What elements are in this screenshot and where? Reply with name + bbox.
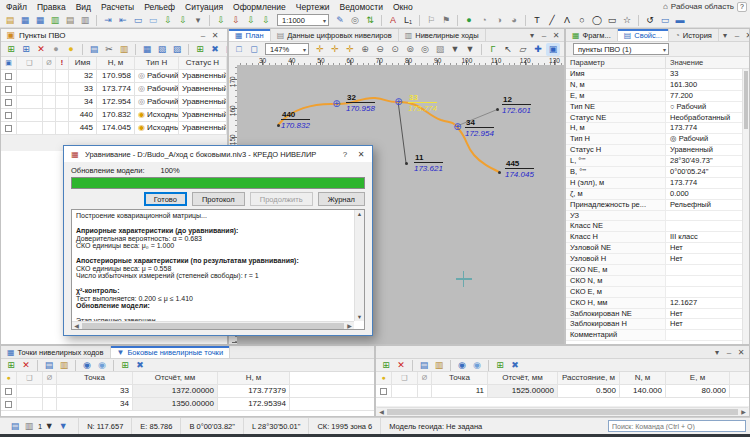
bulb-icon[interactable]: ● — [381, 372, 385, 384]
warning-icon[interactable]: ! — [61, 57, 63, 69]
type-cell[interactable]: ◉Исходный — [135, 109, 179, 122]
status-cell[interactable]: Уравненный — [179, 122, 227, 135]
param-value[interactable]: 28°30'49.73" — [666, 156, 749, 166]
filled-image-tool-icon[interactable]: ▬ — [673, 14, 687, 27]
export-txt-icon[interactable]: ⇩ — [259, 14, 273, 27]
filter-dark-icon[interactable]: ▼ — [42, 420, 56, 433]
minimize-icon[interactable]: – — [197, 29, 209, 42]
flag-filled-icon[interactable]: ⚑ — [439, 14, 453, 27]
point-label-440[interactable]: 440 170.832 — [281, 110, 310, 130]
point-name-cell[interactable]: 440 — [69, 109, 97, 122]
menu-item[interactable]: Оформление — [233, 2, 286, 12]
point-name-cell[interactable]: 32 — [69, 70, 97, 83]
minimize-icon[interactable]: – — [731, 29, 743, 42]
table-customize-icon[interactable]: ✖ — [508, 359, 522, 372]
text-search-icon[interactable]: А — [386, 14, 400, 27]
add-row-icon[interactable]: ⊞ — [4, 359, 18, 372]
param-row[interactable]: Принадлежность ре...Рельефный — [566, 200, 749, 211]
delete-row-icon[interactable]: ✕ — [34, 43, 48, 56]
type-cell[interactable]: ◉Исходный — [135, 122, 179, 135]
point-marker-34[interactable]: ⊕ — [453, 122, 462, 131]
param-value[interactable] — [666, 287, 749, 297]
pan-hand-icon[interactable]: ✛ — [313, 43, 327, 56]
object-type-select[interactable]: пункты ПВО (1) ▾ — [573, 43, 669, 55]
help-button[interactable]: ? — [737, 2, 747, 12]
column-header-e[interactable]: E, м — [666, 372, 730, 385]
horizontal-scrollbar[interactable]: ◀ ▶ — [377, 407, 748, 415]
param-row[interactable]: СКО E, м — [566, 287, 749, 298]
param-value[interactable]: 0°00'05.24" — [666, 167, 749, 177]
tab-side-points[interactable]: ▼ Боковые нивелирные точки — [111, 346, 231, 358]
find-icon[interactable]: ◉ — [80, 359, 94, 372]
param-value[interactable]: 0.000 — [666, 189, 749, 199]
menu-item[interactable]: Окно — [393, 2, 413, 12]
param-value[interactable] — [666, 265, 749, 275]
param-row[interactable]: Статус НУравненный — [566, 145, 749, 156]
copy-icon[interactable]: ▤ — [42, 359, 56, 372]
param-row[interactable]: Класс НIII класс — [566, 232, 749, 243]
minimize-icon[interactable]: – — [723, 346, 735, 359]
column-header-h[interactable]: Н, м — [730, 372, 750, 385]
add-row-icon[interactable]: ⊞ — [379, 359, 393, 372]
point-marker-33[interactable]: ⊕ — [394, 97, 403, 106]
row-checkbox[interactable] — [5, 112, 12, 119]
param-row[interactable]: N, м161.300 — [566, 80, 749, 91]
edit-project-icon[interactable]: ✎ — [333, 14, 347, 27]
point-name-cell[interactable]: 445 — [69, 122, 97, 135]
zoom-out-icon[interactable]: ⊖ — [373, 43, 387, 56]
status-cell[interactable]: Уравненный — [179, 83, 227, 96]
param-row[interactable]: ζ, м0.000 — [566, 189, 749, 200]
table-row[interactable]: 445 174.045 ◉Исходный Уравненный — [1, 122, 227, 135]
tab-run-points[interactable]: ▦ Точки нивелирных ходов — [1, 346, 111, 358]
param-row[interactable]: УЗ — [566, 211, 749, 222]
menu-item[interactable]: Чертежи — [296, 2, 330, 12]
table-customize-icon[interactable]: ✖ — [208, 43, 222, 56]
scroll-left-icon[interactable]: ◀ — [72, 322, 81, 330]
comment-icon[interactable]: ❑ — [26, 372, 32, 384]
param-row[interactable]: Узловой ННет — [566, 254, 749, 265]
param-row[interactable]: Тип NE○ Рабочий — [566, 102, 749, 113]
point-name-cell[interactable]: 33 — [69, 83, 97, 96]
attachment-icon[interactable]: Ø — [47, 372, 52, 384]
scroll-up-icon[interactable]: ▲ — [357, 210, 362, 218]
snap-mode-icon[interactable]: Γ — [486, 43, 500, 56]
param-value[interactable] — [666, 211, 749, 221]
point-label-11[interactable]: 11 173.621 — [414, 153, 443, 173]
e-cell[interactable]: 80.000 — [666, 385, 730, 398]
pan-hand-minus-icon[interactable]: ✛ — [343, 43, 357, 56]
table-customize-icon[interactable]: ✖ — [133, 359, 147, 372]
dialog-title-bar[interactable]: ▦ Уравнивание - D:/Budo_A/ход с боковыми… — [64, 146, 372, 162]
param-value[interactable]: Нет — [666, 309, 749, 319]
param-value[interactable] — [666, 221, 749, 231]
param-row[interactable]: СКО Н, мм12.1627 — [566, 298, 749, 309]
paste-icon[interactable]: ▥ — [57, 359, 71, 372]
param-value[interactable]: 77.200 — [666, 91, 749, 101]
point-cell[interactable]: 34 — [57, 398, 133, 411]
param-value[interactable]: Нет — [666, 319, 749, 329]
column-header-reading[interactable]: Отсчёт, мм — [488, 372, 558, 385]
insert-fragment-icon[interactable]: ▭ — [146, 14, 160, 27]
rectangle-tool-icon[interactable]: ▭ — [605, 14, 619, 27]
status-cell[interactable]: Уравненный — [179, 96, 227, 109]
zoom-all-icon[interactable]: ⊙ — [388, 43, 402, 56]
cut-icon[interactable]: ✂ — [102, 43, 116, 56]
protocol-button[interactable]: Протокол — [192, 192, 245, 206]
table-row[interactable]: 440 170.832 ◉Исходный Уравненный — [1, 109, 227, 122]
import-measurements-icon[interactable]: ⇥ — [101, 14, 115, 27]
param-value[interactable]: 173.774 — [666, 178, 749, 188]
save-icon[interactable]: ▦ — [18, 14, 32, 27]
status-cell[interactable]: Уравненный — [179, 109, 227, 122]
menu-item[interactable]: Расчеты — [101, 2, 134, 12]
tab-properties[interactable]: ▤ Свойс... — [618, 29, 669, 41]
tab-digital-levels-data[interactable]: ▤ Данные цифровых нивелиров — [271, 29, 399, 41]
table-row[interactable]: 33 1372.00000 173.77379 — [1, 385, 374, 398]
menu-item[interactable]: Правка — [37, 2, 66, 12]
tab-plan[interactable]: ▦ План — [229, 29, 271, 41]
layers-icon[interactable]: ▥ — [22, 420, 36, 433]
point-marker-32[interactable]: ⊕ — [332, 99, 341, 108]
table-settings-icon[interactable]: ⊞ — [193, 43, 207, 56]
param-value[interactable]: ◎ Рабочий — [666, 134, 749, 144]
pan-view-icon[interactable]: □ — [232, 43, 246, 56]
column-header-status[interactable]: Статус Н — [179, 57, 227, 70]
print-icon[interactable]: ▤ — [63, 14, 77, 27]
